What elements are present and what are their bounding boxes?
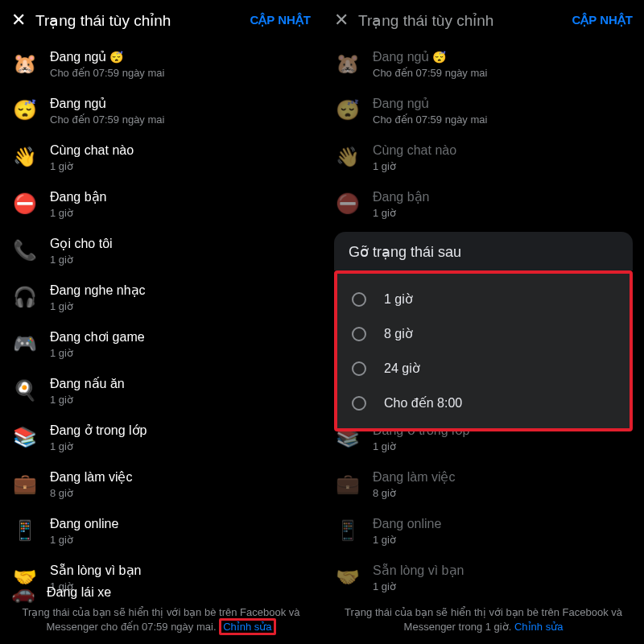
clear-after-sheet: Gỡ trạng thái sau 1 giờ8 giờ24 giờCho đế…	[334, 232, 633, 431]
status-subtitle: 1 giờ	[373, 160, 633, 172]
status-subtitle: Cho đến 07:59 ngày mai	[50, 114, 311, 126]
status-emoji-icon: 📱	[11, 517, 39, 544]
status-title: Đang ngủ 😴	[50, 49, 311, 65]
status-title: Đang nấu ăn	[50, 376, 311, 392]
duration-option[interactable]: 24 giờ	[337, 351, 630, 386]
status-subtitle: 1 giờ	[50, 347, 311, 359]
status-title: Đang online	[50, 516, 311, 532]
status-row[interactable]: 👋Cùng chat nào1 giờ	[0, 134, 322, 180]
page-title: Trạng thái tùy chỉnh	[358, 11, 572, 30]
status-emoji-icon: 🤝	[334, 564, 361, 591]
status-emoji-icon: 🎮	[11, 330, 39, 357]
status-subtitle: 1 giờ	[50, 534, 311, 546]
radio-icon	[352, 292, 366, 307]
status-emoji-icon: 👋	[11, 143, 39, 171]
status-emoji-icon: 🐹	[11, 50, 39, 77]
status-row[interactable]: 🐹Đang ngủ 😴Cho đến 07:59 ngày mai	[323, 40, 644, 87]
close-icon[interactable]: ✕	[334, 11, 352, 29]
radio-icon	[352, 396, 366, 411]
sheet-options-highlight: 1 giờ8 giờ24 giờCho đến 8:00	[334, 270, 633, 431]
status-title: Đang ngủ	[373, 96, 633, 112]
status-subtitle: 8 giờ	[50, 487, 311, 499]
status-subtitle: 1 giờ	[50, 207, 311, 219]
status-row[interactable]: 🤝Sẵn lòng vì bạn1 giờ	[323, 554, 644, 601]
duration-option[interactable]: 1 giờ	[337, 282, 630, 316]
update-button[interactable]: CẬP NHẬT	[250, 13, 311, 27]
status-title: Đang bận	[50, 189, 311, 205]
sleep-badge-icon: 😴	[430, 51, 447, 64]
status-title: Sẵn lòng vì bạn	[373, 563, 633, 579]
status-subtitle: Cho đến 07:59 ngày mai	[50, 67, 311, 79]
option-label: Cho đến 8:00	[384, 395, 462, 411]
status-title: Cùng chat nào	[50, 142, 311, 159]
screenshot-right: ✕ Trạng thái tùy chỉnh CẬP NHẬT 🐹Đang ng…	[322, 0, 644, 644]
status-list: 🐹Đang ngủ 😴Cho đến 07:59 ngày mai😴Đang n…	[0, 37, 322, 601]
status-subtitle: 8 giờ	[373, 487, 633, 499]
radio-icon	[352, 327, 366, 341]
status-row[interactable]: 🎮Đang chơi game1 giờ	[0, 320, 322, 367]
footer-text: Trạng thái của bạn sẽ hiển thị với bạn b…	[0, 605, 322, 634]
status-emoji-icon: 😴	[334, 97, 361, 124]
status-row[interactable]: 📱Đang online1 giờ	[0, 507, 322, 554]
status-title: Sẵn lòng vì bạn	[50, 563, 311, 579]
status-title: Đang nghe nhạc	[50, 283, 311, 299]
status-title: Đang làm việc	[50, 469, 311, 485]
status-title: Đang ngủ 😴	[373, 49, 633, 65]
status-emoji-icon: 📚	[11, 423, 39, 451]
footer-message: Trạng thái của bạn sẽ hiển thị với bạn b…	[345, 606, 622, 633]
status-title: Đang lái xe	[47, 585, 111, 600]
status-subtitle: 1 giờ	[373, 534, 633, 546]
status-emoji-icon: 🍳	[11, 377, 39, 404]
status-row[interactable]: 👋Cùng chat nào1 giờ	[323, 134, 644, 180]
sheet-title: Gỡ trạng thái sau	[334, 232, 633, 270]
status-subtitle: 1 giờ	[50, 300, 311, 312]
footer-text: Trạng thái của bạn sẽ hiển thị với bạn b…	[323, 605, 644, 634]
status-emoji-icon: 💼	[334, 470, 361, 497]
status-subtitle: 1 giờ	[50, 160, 311, 172]
status-emoji-icon: ⛔	[334, 190, 361, 217]
option-label: 24 giờ	[384, 361, 420, 376]
header-bar: ✕ Trạng thái tùy chỉnh CẬP NHẬT	[0, 0, 322, 37]
status-row[interactable]: 📚Đang ở trong lớp1 giờ	[0, 414, 322, 460]
status-row[interactable]: ⛔Đang bận1 giờ	[0, 180, 322, 227]
status-row[interactable]: 📱Đang online1 giờ	[323, 507, 644, 554]
page-title: Trạng thái tùy chỉnh	[35, 11, 250, 30]
radio-icon	[352, 361, 366, 376]
status-emoji-icon: 🐹	[334, 50, 361, 77]
screenshot-left: ✕ Trạng thái tùy chỉnh CẬP NHẬT 🐹Đang ng…	[0, 0, 322, 644]
status-subtitle: 1 giờ	[373, 580, 633, 592]
status-row[interactable]: 🐹Đang ngủ 😴Cho đến 07:59 ngày mai	[0, 40, 322, 87]
status-subtitle: 1 giờ	[373, 207, 633, 219]
edit-link[interactable]: Chỉnh sửa	[219, 618, 275, 635]
update-button[interactable]: CẬP NHẬT	[572, 13, 633, 27]
edit-link[interactable]: Chỉnh sửa	[514, 621, 563, 633]
header-bar: ✕ Trạng thái tùy chỉnh CẬP NHẬT	[323, 0, 644, 37]
status-emoji-icon: 💼	[11, 470, 39, 497]
status-row[interactable]: 😴Đang ngủCho đến 07:59 ngày mai	[323, 87, 644, 134]
list-item-cutoff[interactable]: 🚗 Đang lái xe	[11, 581, 111, 604]
status-title: Gọi cho tôi	[50, 236, 311, 252]
status-title: Đang bận	[373, 189, 633, 205]
status-emoji-icon: ⛔	[11, 190, 39, 217]
status-subtitle: Cho đến 07:59 ngày mai	[373, 67, 633, 79]
status-row[interactable]: 🍳Đang nấu ăn1 giờ	[0, 367, 322, 414]
status-subtitle: 1 giờ	[50, 440, 311, 452]
status-title: Đang ngủ	[50, 96, 311, 112]
duration-option[interactable]: Cho đến 8:00	[337, 386, 630, 420]
close-icon[interactable]: ✕	[11, 11, 29, 29]
status-subtitle: Cho đến 07:59 ngày mai	[373, 114, 633, 126]
duration-option[interactable]: 8 giờ	[337, 316, 630, 351]
status-row[interactable]: 📞Gọi cho tôi1 giờ	[0, 227, 322, 274]
status-row[interactable]: 🎧Đang nghe nhạc1 giờ	[0, 274, 322, 320]
status-row[interactable]: ⛔Đang bận1 giờ	[323, 180, 644, 227]
status-title: Đang ở trong lớp	[50, 423, 311, 439]
status-row[interactable]: 💼Đang làm việc8 giờ	[323, 460, 644, 507]
status-emoji-icon: 🎧	[11, 283, 39, 311]
option-label: 8 giờ	[384, 326, 413, 341]
status-row[interactable]: 💼Đang làm việc8 giờ	[0, 460, 322, 507]
status-row[interactable]: 😴Đang ngủCho đến 07:59 ngày mai	[0, 87, 322, 134]
status-emoji-icon: 😴	[11, 97, 39, 124]
status-title: Cùng chat nào	[373, 142, 633, 159]
status-subtitle: 1 giờ	[50, 254, 311, 266]
sleep-badge-icon: 😴	[107, 51, 124, 64]
